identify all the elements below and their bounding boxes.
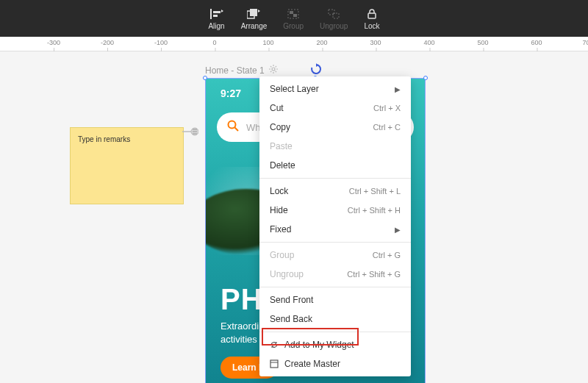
menu-separator [259, 332, 411, 332]
toolbar-align-label: Align [208, 22, 224, 30]
refresh-icon [270, 340, 280, 349]
svg-line-23 [275, 66, 276, 67]
selection-handle[interactable] [203, 76, 207, 80]
ruler-tick: -300 [47, 39, 60, 46]
menu-ungroup: UngroupCtrl + Shift + G [259, 265, 411, 284]
svg-rect-7 [293, 14, 297, 17]
menu-cut[interactable]: CutCtrl + X [259, 99, 411, 118]
ruler-tick: 300 [370, 39, 381, 46]
menu-copy[interactable]: CopyCtrl + C [259, 118, 411, 137]
svg-rect-1 [213, 11, 220, 13]
svg-rect-4 [250, 9, 257, 16]
search-icon [227, 120, 239, 135]
ruler-tick: 400 [423, 39, 434, 46]
menu-paste: Paste [259, 137, 411, 156]
toolbar-group: Group [283, 7, 304, 30]
chevron-right-icon: ▶ [395, 85, 401, 93]
toolbar-arrange[interactable]: Arrange [241, 7, 268, 30]
menu-separator [259, 242, 411, 243]
toolbar-ungroup: Ungroup [320, 7, 348, 30]
svg-rect-2 [213, 15, 218, 17]
ruler-tick: 100 [262, 39, 273, 46]
ruler-tick: 200 [316, 39, 327, 46]
artboard-label[interactable]: Home - State 1 [205, 65, 278, 76]
svg-rect-6 [290, 11, 293, 14]
svg-rect-8 [329, 10, 334, 15]
align-icon [210, 7, 223, 21]
ruler-tick: 0 [212, 39, 216, 46]
arrange-icon [247, 7, 260, 21]
search-placeholder: Wh [246, 122, 261, 133]
gear-icon[interactable] [269, 65, 278, 76]
menu-select-layer[interactable]: Select Layer▶ [259, 79, 411, 99]
svg-line-21 [270, 66, 271, 67]
menu-separator [259, 178, 411, 179]
group-icon [287, 7, 300, 21]
menu-delete[interactable]: Delete [259, 156, 411, 175]
ruler-tick: 600 [531, 39, 542, 46]
artboard-name: Home - State 1 [205, 65, 265, 76]
sticky-arrow-icon [182, 126, 198, 137]
svg-rect-27 [270, 360, 278, 368]
toolbar-ungroup-label: Ungroup [320, 22, 348, 30]
ruler: -300 -200 -100 0 100 200 300 400 500 600… [0, 37, 588, 51]
svg-line-26 [235, 128, 239, 132]
menu-group: GroupCtrl + G [259, 246, 411, 265]
menu-hide[interactable]: HideCtrl + Shift + H [259, 201, 411, 220]
ruler-tick: 500 [477, 39, 488, 46]
toolbar-arrange-label: Arrange [241, 22, 268, 30]
ruler-tick: 700 [582, 39, 588, 46]
context-menu: Select Layer▶ CutCtrl + X CopyCtrl + C P… [259, 76, 411, 376]
toolbar-align[interactable]: Align [208, 7, 224, 30]
svg-rect-9 [333, 13, 339, 18]
master-icon [270, 359, 280, 368]
svg-point-16 [272, 68, 275, 71]
menu-lock[interactable]: LockCtrl + Shift + L [259, 182, 411, 201]
ruler-tick: -200 [101, 39, 114, 46]
svg-line-22 [275, 71, 276, 72]
svg-point-25 [229, 121, 236, 129]
hero-subtitle: Extraordiactivities [220, 320, 259, 346]
menu-send-back[interactable]: Send Back [259, 309, 411, 329]
toolbar: Align Arrange Group Ungroup Lock [0, 0, 588, 37]
selection-handle[interactable] [423, 76, 428, 80]
chevron-right-icon: ▶ [395, 226, 401, 234]
status-bar-time: 9:27 [220, 87, 241, 99]
menu-create-master[interactable]: Create Master [259, 354, 411, 373]
menu-send-front[interactable]: Send Front [259, 290, 411, 309]
menu-separator [259, 287, 411, 287]
toolbar-lock[interactable]: Lock [364, 7, 379, 30]
ruler-tick: -100 [154, 39, 168, 46]
menu-fixed[interactable]: Fixed▶ [259, 220, 411, 239]
sticky-note-text: Type in remarks [78, 135, 130, 143]
lock-icon [365, 7, 379, 21]
ungroup-icon [327, 7, 340, 21]
svg-line-24 [270, 71, 271, 72]
sticky-note[interactable]: Type in remarks [70, 127, 184, 204]
toolbar-lock-label: Lock [364, 22, 379, 30]
toolbar-group-label: Group [283, 22, 304, 30]
menu-add-widget[interactable]: Add to My Widget [259, 335, 411, 354]
svg-rect-10 [368, 13, 376, 18]
svg-rect-0 [210, 9, 212, 19]
